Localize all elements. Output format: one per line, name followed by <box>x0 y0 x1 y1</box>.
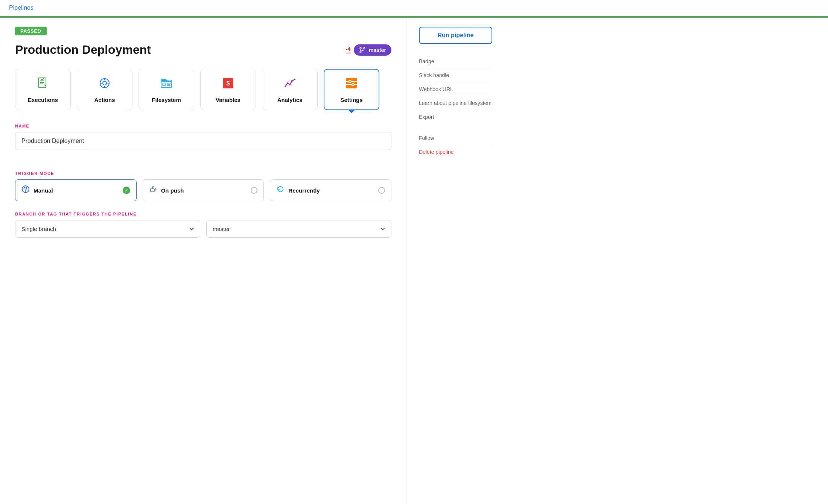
branch-dropdowns: Single branch Wildcard Any branch master… <box>15 220 391 238</box>
svg-rect-21 <box>346 78 357 88</box>
tabs-row: Executions Actions <box>15 69 391 110</box>
svg-point-0 <box>360 47 361 49</box>
branch-count: -4 <box>346 46 351 53</box>
branch-section-label: BRANCH OR TAG THAT TRIGGERS THE PIPELINE <box>15 212 391 216</box>
tab-filesystem-label: Filesystem <box>152 97 181 103</box>
sidebar: Run pipeline Badge Slack handle Webhook … <box>406 18 504 504</box>
onpush-radio <box>251 187 257 194</box>
sidebar-divider <box>419 124 492 131</box>
trigger-manual-label: Manual <box>33 187 53 194</box>
settings-icon <box>345 76 358 93</box>
variables-icon: $ <box>221 76 235 93</box>
name-section: NAME <box>15 124 391 161</box>
trigger-mode-label: TRIGGER MODE <box>15 171 391 176</box>
sidebar-slack-link[interactable]: Slack handle <box>419 68 492 82</box>
executions-icon <box>36 76 50 93</box>
sidebar-badge-link[interactable]: Badge <box>419 55 492 68</box>
tab-settings-label: Settings <box>340 97 362 103</box>
svg-point-6 <box>103 81 107 85</box>
sidebar-delete-link[interactable]: Delete pipeline <box>419 145 492 159</box>
recurrently-icon <box>276 185 285 196</box>
trigger-onpush-label: On push <box>161 187 184 194</box>
svg-point-29 <box>25 191 26 192</box>
svg-text:$: $ <box>227 80 230 87</box>
trigger-mode-section: TRIGGER MODE Manual ✓ <box>15 171 391 201</box>
branch-name-select[interactable]: master main develop <box>206 220 391 238</box>
branch-icon <box>359 47 366 53</box>
page-title: Production Deployment <box>15 43 151 57</box>
run-pipeline-button[interactable]: Run pipeline <box>419 27 492 44</box>
tab-filesystem[interactable]: Filesystem <box>139 69 194 110</box>
svg-point-20 <box>294 79 295 80</box>
branch-type-select[interactable]: Single branch Wildcard Any branch <box>15 220 200 238</box>
tab-settings[interactable]: Settings <box>324 69 379 110</box>
filesystem-icon <box>160 76 173 93</box>
analytics-icon <box>283 76 297 93</box>
pipeline-header: Production Deployment -4 master <box>15 43 391 57</box>
sidebar-learn-link[interactable]: Learn about pipeline filesystem <box>419 96 492 110</box>
content-area: PASSED Production Deployment -4 <box>0 18 406 504</box>
minus-line-icon <box>346 53 351 53</box>
svg-point-2 <box>360 51 361 53</box>
sidebar-links: Badge Slack handle Webhook URL Learn abo… <box>419 55 492 159</box>
sidebar-webhook-link[interactable]: Webhook URL <box>419 82 492 96</box>
tab-variables[interactable]: $ Variables <box>200 69 256 110</box>
pipeline-name-input[interactable] <box>15 132 391 150</box>
manual-icon <box>21 185 30 196</box>
svg-rect-30 <box>151 189 154 192</box>
branch-section: BRANCH OR TAG THAT TRIGGERS THE PIPELINE… <box>15 212 391 238</box>
svg-point-19 <box>291 80 293 82</box>
tab-variables-label: Variables <box>216 97 240 103</box>
svg-point-18 <box>289 84 291 85</box>
top-bar: Pipelines <box>0 0 828 16</box>
branch-name: master <box>369 47 386 53</box>
trigger-on-push[interactable]: On push <box>143 179 264 201</box>
trigger-options: Manual ✓ On push <box>15 179 391 201</box>
onpush-icon <box>149 185 157 196</box>
branch-pill[interactable]: master <box>354 44 391 56</box>
tab-analytics-label: Analytics <box>277 97 303 103</box>
svg-point-1 <box>364 47 365 49</box>
svg-point-4 <box>44 84 44 84</box>
tab-analytics[interactable]: Analytics <box>262 69 318 110</box>
trigger-recurrently-label: Recurrently <box>288 187 320 194</box>
tab-actions-label: Actions <box>94 97 115 103</box>
branch-badge: -4 master <box>346 44 391 56</box>
sidebar-follow-link[interactable]: Follow <box>419 131 492 145</box>
trigger-manual[interactable]: Manual ✓ <box>15 179 137 201</box>
sidebar-export-link[interactable]: Export <box>419 110 492 124</box>
main-layout: PASSED Production Deployment -4 <box>0 18 828 504</box>
passed-badge: PASSED <box>15 27 47 35</box>
trigger-recurrently[interactable]: Recurrently <box>270 179 391 201</box>
tab-executions-label: Executions <box>28 97 58 103</box>
svg-point-17 <box>287 82 288 84</box>
name-label: NAME <box>15 124 391 128</box>
actions-icon <box>98 76 111 93</box>
tab-executions[interactable]: Executions <box>15 69 71 110</box>
recurrently-radio <box>378 187 385 194</box>
tab-actions[interactable]: Actions <box>77 69 132 110</box>
manual-selected-icon: ✓ <box>123 187 130 194</box>
pipelines-breadcrumb[interactable]: Pipelines <box>9 5 33 11</box>
